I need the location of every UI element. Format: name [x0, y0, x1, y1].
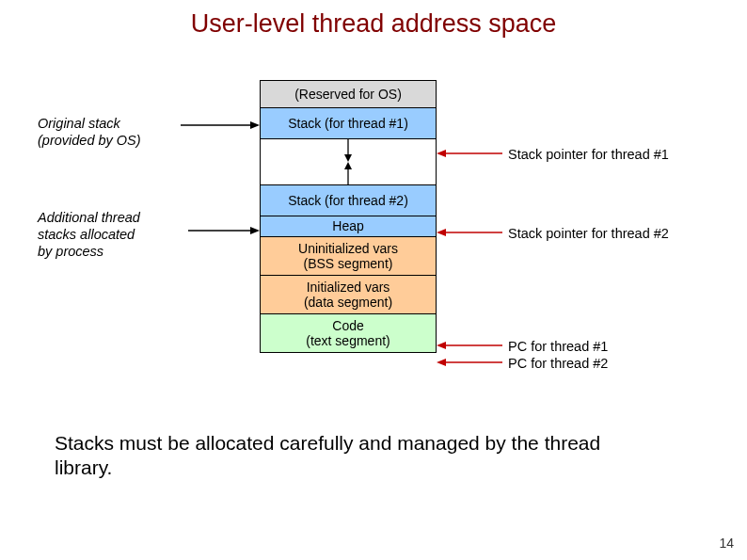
label-additional-stacks-l2: stacks allocated [38, 227, 135, 242]
segment-bss: Uninitialized vars (BSS segment) [260, 236, 437, 276]
arrow-up-icon [342, 162, 354, 184]
page-number: 14 [719, 536, 734, 551]
segment-data-l2: (data segment) [261, 295, 436, 310]
footer-text: Stacks must be allocated carefully and m… [55, 431, 619, 481]
memory-diagram: (Reserved for OS) Stack (for thread #1) … [260, 81, 437, 353]
segment-heap: Heap [260, 216, 437, 237]
segment-bss-l2: (BSS segment) [261, 256, 436, 271]
segment-data-l1: Initialized vars [261, 280, 436, 295]
svg-marker-14 [437, 359, 446, 366]
segment-code-l1: Code [261, 318, 436, 333]
label-additional-stacks-l3: by process [38, 244, 103, 259]
label-pc2: PC for thread #2 [508, 355, 608, 372]
arrow-left-to-stack2-icon [188, 224, 260, 237]
label-additional-stacks: Additional thread stacks allocated by pr… [38, 209, 188, 260]
segment-stack2: Stack (for thread #2) [260, 184, 437, 216]
label-original-stack-l2: (provided by OS) [38, 133, 141, 148]
slide-title: User-level thread address space [0, 0, 747, 39]
arrow-sp1-icon [437, 147, 502, 160]
arrow-pc2-icon [437, 356, 502, 369]
segment-code: Code (text segment) [260, 313, 437, 353]
segment-stack1: Stack (for thread #1) [260, 107, 437, 139]
segment-code-l2: (text segment) [261, 333, 436, 348]
svg-marker-5 [344, 154, 352, 162]
arrow-pc1-icon [437, 339, 502, 352]
gap1-grow-arrows [261, 139, 436, 184]
segment-reserved: (Reserved for OS) [260, 80, 437, 108]
svg-marker-1 [250, 121, 260, 129]
segment-data: Initialized vars (data segment) [260, 275, 437, 314]
svg-marker-6 [344, 162, 352, 169]
svg-marker-10 [437, 229, 446, 236]
label-sp1: Stack pointer for thread #1 [508, 146, 669, 163]
arrow-sp2-icon [437, 226, 502, 239]
label-pc1: PC for thread #1 [508, 338, 608, 355]
arrow-left-to-stack1-icon [181, 119, 260, 132]
label-original-stack: Original stack (provided by OS) [38, 115, 179, 149]
segment-gap1 [260, 138, 437, 185]
svg-marker-8 [437, 150, 446, 157]
segment-bss-l1: Uninitialized vars [261, 241, 436, 256]
label-sp2: Stack pointer for thread #2 [508, 225, 669, 242]
svg-marker-3 [250, 227, 260, 234]
label-additional-stacks-l1: Additional thread [38, 210, 140, 225]
arrow-down-icon [342, 139, 354, 162]
label-original-stack-l1: Original stack [38, 116, 120, 131]
svg-marker-12 [437, 342, 446, 349]
